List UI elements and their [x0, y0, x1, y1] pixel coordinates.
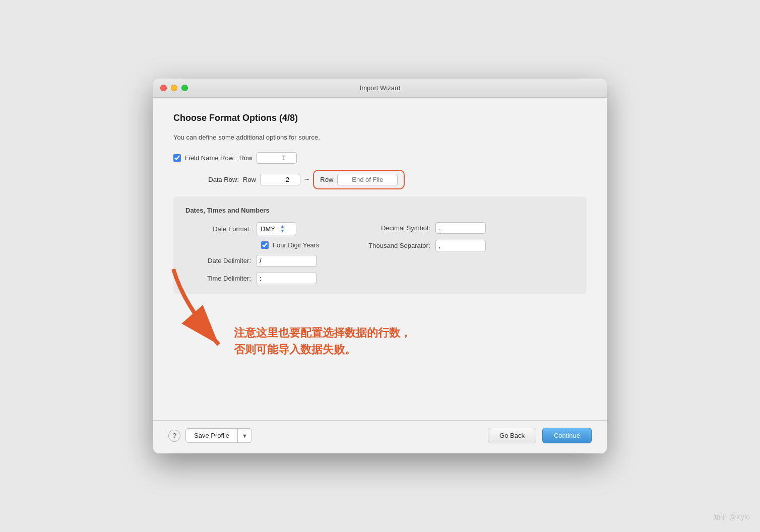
tilde-separator: ~ — [304, 175, 309, 184]
four-digit-years-row: Four Digit Years — [185, 241, 320, 249]
annotation-area: 注意这里也要配置选择数据的行数， 否则可能导入数据失败。 — [173, 324, 587, 405]
arrow-down-icon: ▼ — [280, 229, 285, 233]
close-button[interactable] — [160, 85, 167, 91]
annotation-text: 注意这里也要配置选择数据的行数， 否则可能导入数据失败。 — [234, 324, 587, 358]
main-window: Import Wizard Choose Format Options (4/8… — [153, 79, 607, 453]
thousand-separator-label: Thousand Separator: — [350, 242, 430, 249]
end-of-file-highlight: Row — [313, 170, 405, 189]
data-row-row-label: Row — [243, 176, 256, 183]
date-format-row: Date Format: DMY ▲ ▼ — [185, 222, 320, 235]
thousand-separator-input[interactable] — [435, 240, 486, 251]
field-name-checkbox-wrapper: Field Name Row: — [173, 154, 235, 162]
titlebar: Import Wizard — [153, 79, 607, 98]
decimal-symbol-label: Decimal Symbol: — [350, 224, 430, 232]
field-name-checkbox[interactable] — [173, 154, 181, 162]
four-digit-years-checkbox[interactable] — [261, 241, 269, 249]
thousand-separator-row: Thousand Separator: — [350, 240, 486, 251]
footer-right: Go Back Continue — [488, 428, 592, 443]
right-col: Decimal Symbol: Thousand Separator: — [350, 222, 486, 284]
annotation-arrow-svg — [153, 264, 254, 355]
field-name-row: Field Name Row: Row — [173, 152, 587, 164]
annotation-text-content: 注意这里也要配置选择数据的行数， 否则可能导入数据失败。 — [234, 326, 411, 356]
field-name-row-input[interactable] — [257, 152, 297, 164]
field-name-label: Field Name Row: — [185, 154, 235, 162]
save-profile-button[interactable]: Save Profile — [186, 429, 238, 442]
data-row-field: Data Row: Row ~ Row — [173, 170, 587, 189]
footer: ? Save Profile ▼ Go Back Continue — [153, 420, 607, 453]
footer-left: ? Save Profile ▼ — [168, 428, 252, 443]
field-name-row-label: Row — [239, 154, 252, 162]
end-of-file-input[interactable] — [337, 174, 398, 185]
time-delimiter-input[interactable] — [256, 273, 316, 284]
continue-button[interactable]: Continue — [542, 428, 592, 443]
date-delimiter-label: Date Delimiter: — [185, 257, 251, 264]
page-title: Choose Format Options (4/8) — [173, 113, 587, 123]
section-title: Dates, Times and Numbers — [185, 207, 575, 214]
maximize-button[interactable] — [181, 85, 188, 91]
date-format-select[interactable]: DMY ▲ ▼ — [256, 222, 296, 235]
date-format-label: Date Format: — [185, 225, 251, 233]
save-profile-group: Save Profile ▼ — [185, 428, 252, 443]
date-delimiter-input[interactable] — [256, 255, 316, 267]
four-digit-years-wrapper: Four Digit Years — [261, 241, 320, 249]
traffic-lights — [160, 85, 188, 91]
help-button[interactable]: ? — [168, 430, 180, 442]
decimal-symbol-input[interactable] — [435, 222, 486, 234]
date-format-value: DMY — [261, 225, 275, 233]
content-area: Choose Format Options (4/8) You can defi… — [153, 98, 607, 420]
data-row-input[interactable] — [260, 174, 300, 185]
select-arrows: ▲ ▼ — [280, 224, 285, 233]
four-digit-years-label: Four Digit Years — [273, 241, 320, 249]
decimal-symbol-row: Decimal Symbol: — [350, 222, 486, 234]
window-title: Import Wizard — [360, 84, 401, 92]
page-description: You can define some additional options f… — [173, 134, 587, 141]
data-row-end-row-label: Row — [320, 176, 333, 183]
go-back-button[interactable]: Go Back — [488, 428, 536, 443]
save-profile-dropdown-button[interactable]: ▼ — [238, 430, 251, 442]
minimize-button[interactable] — [171, 85, 177, 91]
data-row-label: Data Row: — [173, 176, 239, 183]
